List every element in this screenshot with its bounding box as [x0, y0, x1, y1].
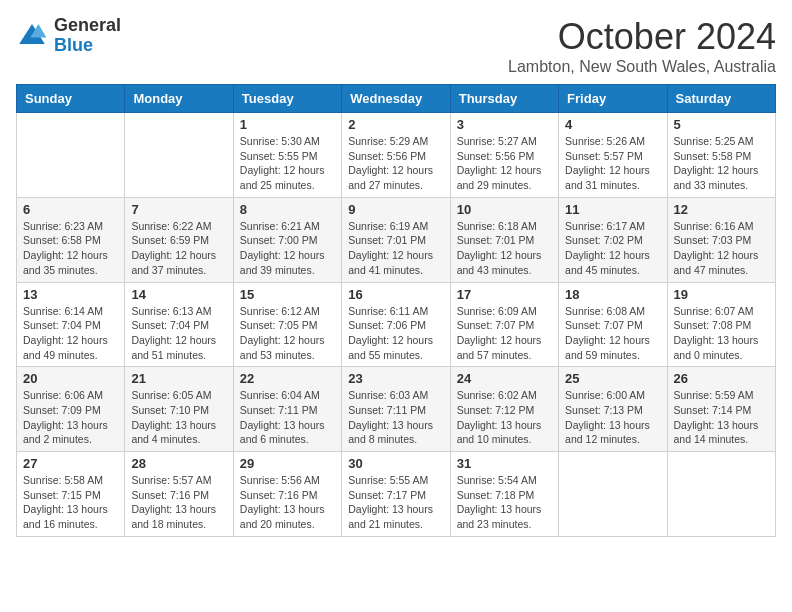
day-info: Sunrise: 6:09 AM Sunset: 7:07 PM Dayligh… — [457, 304, 552, 363]
day-info: Sunrise: 5:26 AM Sunset: 5:57 PM Dayligh… — [565, 134, 660, 193]
calendar-cell: 5Sunrise: 5:25 AM Sunset: 5:58 PM Daylig… — [667, 113, 775, 198]
month-title: October 2024 — [508, 16, 776, 58]
day-info: Sunrise: 6:03 AM Sunset: 7:11 PM Dayligh… — [348, 388, 443, 447]
day-number: 23 — [348, 371, 443, 386]
calendar-cell: 14Sunrise: 6:13 AM Sunset: 7:04 PM Dayli… — [125, 282, 233, 367]
calendar-cell: 9Sunrise: 6:19 AM Sunset: 7:01 PM Daylig… — [342, 197, 450, 282]
calendar-cell: 17Sunrise: 6:09 AM Sunset: 7:07 PM Dayli… — [450, 282, 558, 367]
day-info: Sunrise: 5:55 AM Sunset: 7:17 PM Dayligh… — [348, 473, 443, 532]
calendar-cell: 10Sunrise: 6:18 AM Sunset: 7:01 PM Dayli… — [450, 197, 558, 282]
calendar-cell: 27Sunrise: 5:58 AM Sunset: 7:15 PM Dayli… — [17, 452, 125, 537]
day-number: 11 — [565, 202, 660, 217]
calendar-cell — [125, 113, 233, 198]
calendar-cell: 18Sunrise: 6:08 AM Sunset: 7:07 PM Dayli… — [559, 282, 667, 367]
day-info: Sunrise: 6:02 AM Sunset: 7:12 PM Dayligh… — [457, 388, 552, 447]
calendar-cell: 29Sunrise: 5:56 AM Sunset: 7:16 PM Dayli… — [233, 452, 341, 537]
day-info: Sunrise: 6:11 AM Sunset: 7:06 PM Dayligh… — [348, 304, 443, 363]
day-info: Sunrise: 5:59 AM Sunset: 7:14 PM Dayligh… — [674, 388, 769, 447]
calendar-cell: 6Sunrise: 6:23 AM Sunset: 6:58 PM Daylig… — [17, 197, 125, 282]
day-number: 2 — [348, 117, 443, 132]
weekday-header-friday: Friday — [559, 85, 667, 113]
day-info: Sunrise: 6:08 AM Sunset: 7:07 PM Dayligh… — [565, 304, 660, 363]
calendar-cell — [667, 452, 775, 537]
day-number: 12 — [674, 202, 769, 217]
calendar-cell: 1Sunrise: 5:30 AM Sunset: 5:55 PM Daylig… — [233, 113, 341, 198]
day-info: Sunrise: 6:00 AM Sunset: 7:13 PM Dayligh… — [565, 388, 660, 447]
day-info: Sunrise: 6:07 AM Sunset: 7:08 PM Dayligh… — [674, 304, 769, 363]
weekday-header-saturday: Saturday — [667, 85, 775, 113]
calendar-cell: 30Sunrise: 5:55 AM Sunset: 7:17 PM Dayli… — [342, 452, 450, 537]
day-number: 1 — [240, 117, 335, 132]
week-row-1: 1Sunrise: 5:30 AM Sunset: 5:55 PM Daylig… — [17, 113, 776, 198]
day-info: Sunrise: 6:21 AM Sunset: 7:00 PM Dayligh… — [240, 219, 335, 278]
calendar-cell: 21Sunrise: 6:05 AM Sunset: 7:10 PM Dayli… — [125, 367, 233, 452]
day-number: 10 — [457, 202, 552, 217]
day-info: Sunrise: 5:25 AM Sunset: 5:58 PM Dayligh… — [674, 134, 769, 193]
day-info: Sunrise: 6:17 AM Sunset: 7:02 PM Dayligh… — [565, 219, 660, 278]
day-info: Sunrise: 6:14 AM Sunset: 7:04 PM Dayligh… — [23, 304, 118, 363]
day-number: 3 — [457, 117, 552, 132]
calendar-cell: 25Sunrise: 6:00 AM Sunset: 7:13 PM Dayli… — [559, 367, 667, 452]
day-number: 21 — [131, 371, 226, 386]
week-row-3: 13Sunrise: 6:14 AM Sunset: 7:04 PM Dayli… — [17, 282, 776, 367]
calendar-cell: 13Sunrise: 6:14 AM Sunset: 7:04 PM Dayli… — [17, 282, 125, 367]
calendar-cell: 4Sunrise: 5:26 AM Sunset: 5:57 PM Daylig… — [559, 113, 667, 198]
day-number: 16 — [348, 287, 443, 302]
calendar-cell: 19Sunrise: 6:07 AM Sunset: 7:08 PM Dayli… — [667, 282, 775, 367]
week-row-2: 6Sunrise: 6:23 AM Sunset: 6:58 PM Daylig… — [17, 197, 776, 282]
day-number: 8 — [240, 202, 335, 217]
day-info: Sunrise: 6:19 AM Sunset: 7:01 PM Dayligh… — [348, 219, 443, 278]
day-number: 19 — [674, 287, 769, 302]
weekday-header-sunday: Sunday — [17, 85, 125, 113]
calendar-cell: 15Sunrise: 6:12 AM Sunset: 7:05 PM Dayli… — [233, 282, 341, 367]
day-info: Sunrise: 6:22 AM Sunset: 6:59 PM Dayligh… — [131, 219, 226, 278]
weekday-header-tuesday: Tuesday — [233, 85, 341, 113]
day-number: 20 — [23, 371, 118, 386]
day-number: 25 — [565, 371, 660, 386]
day-info: Sunrise: 5:54 AM Sunset: 7:18 PM Dayligh… — [457, 473, 552, 532]
day-info: Sunrise: 6:18 AM Sunset: 7:01 PM Dayligh… — [457, 219, 552, 278]
day-number: 17 — [457, 287, 552, 302]
day-number: 5 — [674, 117, 769, 132]
day-number: 14 — [131, 287, 226, 302]
calendar-table: SundayMondayTuesdayWednesdayThursdayFrid… — [16, 84, 776, 537]
day-number: 24 — [457, 371, 552, 386]
day-number: 4 — [565, 117, 660, 132]
day-number: 26 — [674, 371, 769, 386]
day-info: Sunrise: 6:05 AM Sunset: 7:10 PM Dayligh… — [131, 388, 226, 447]
calendar-cell: 24Sunrise: 6:02 AM Sunset: 7:12 PM Dayli… — [450, 367, 558, 452]
calendar-cell: 31Sunrise: 5:54 AM Sunset: 7:18 PM Dayli… — [450, 452, 558, 537]
day-number: 29 — [240, 456, 335, 471]
logo: General Blue — [16, 16, 121, 56]
day-info: Sunrise: 5:29 AM Sunset: 5:56 PM Dayligh… — [348, 134, 443, 193]
weekday-header-row: SundayMondayTuesdayWednesdayThursdayFrid… — [17, 85, 776, 113]
calendar-cell: 12Sunrise: 6:16 AM Sunset: 7:03 PM Dayli… — [667, 197, 775, 282]
day-number: 30 — [348, 456, 443, 471]
day-info: Sunrise: 6:06 AM Sunset: 7:09 PM Dayligh… — [23, 388, 118, 447]
day-info: Sunrise: 6:04 AM Sunset: 7:11 PM Dayligh… — [240, 388, 335, 447]
day-info: Sunrise: 5:27 AM Sunset: 5:56 PM Dayligh… — [457, 134, 552, 193]
logo-icon — [16, 20, 48, 52]
calendar-cell: 7Sunrise: 6:22 AM Sunset: 6:59 PM Daylig… — [125, 197, 233, 282]
day-number: 9 — [348, 202, 443, 217]
logo-blue-text: Blue — [54, 36, 121, 56]
day-info: Sunrise: 5:57 AM Sunset: 7:16 PM Dayligh… — [131, 473, 226, 532]
day-number: 15 — [240, 287, 335, 302]
calendar-cell: 3Sunrise: 5:27 AM Sunset: 5:56 PM Daylig… — [450, 113, 558, 198]
calendar-cell: 23Sunrise: 6:03 AM Sunset: 7:11 PM Dayli… — [342, 367, 450, 452]
title-section: October 2024 Lambton, New South Wales, A… — [508, 16, 776, 76]
week-row-5: 27Sunrise: 5:58 AM Sunset: 7:15 PM Dayli… — [17, 452, 776, 537]
day-number: 28 — [131, 456, 226, 471]
day-number: 6 — [23, 202, 118, 217]
day-info: Sunrise: 5:58 AM Sunset: 7:15 PM Dayligh… — [23, 473, 118, 532]
day-number: 27 — [23, 456, 118, 471]
page-header: General Blue October 2024 Lambton, New S… — [16, 16, 776, 76]
day-info: Sunrise: 5:56 AM Sunset: 7:16 PM Dayligh… — [240, 473, 335, 532]
calendar-cell: 28Sunrise: 5:57 AM Sunset: 7:16 PM Dayli… — [125, 452, 233, 537]
calendar-cell: 8Sunrise: 6:21 AM Sunset: 7:00 PM Daylig… — [233, 197, 341, 282]
calendar-cell: 26Sunrise: 5:59 AM Sunset: 7:14 PM Dayli… — [667, 367, 775, 452]
calendar-cell: 11Sunrise: 6:17 AM Sunset: 7:02 PM Dayli… — [559, 197, 667, 282]
logo-general-text: General — [54, 16, 121, 36]
day-info: Sunrise: 6:16 AM Sunset: 7:03 PM Dayligh… — [674, 219, 769, 278]
calendar-cell: 20Sunrise: 6:06 AM Sunset: 7:09 PM Dayli… — [17, 367, 125, 452]
